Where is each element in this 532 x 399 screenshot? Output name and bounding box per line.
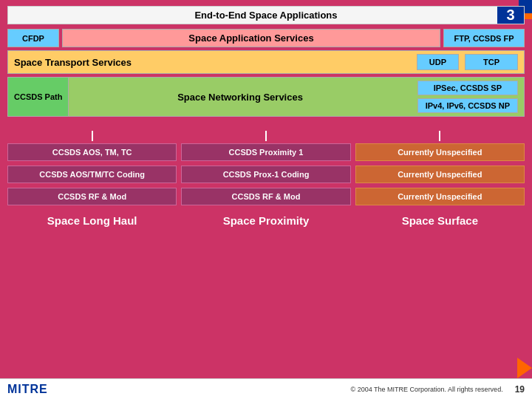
grid-cell-2-2: CCSDS Prox-1 Coding [181, 166, 350, 183]
grid-cell-2-3: Currently Unspecified [355, 166, 525, 183]
connector-1 [7, 130, 177, 142]
grid-row-3: CCSDS RF & Mod CCSDS RF & Mod Currently … [7, 188, 525, 205]
connector-line-3 [439, 131, 440, 141]
transport-label: Space Transport Services [14, 57, 411, 68]
label-row: Space Long Haul Space Proximity Space Su… [7, 210, 525, 230]
label-col-2: Space Proximity [181, 213, 350, 228]
connector-line-1 [92, 131, 93, 141]
udp-box: UDP [417, 54, 459, 70]
networking-label: Space Networking Services [69, 78, 411, 116]
label-col-1: Space Long Haul [7, 213, 177, 228]
row-application-services: CFDP Space Application Services FTP, CCS… [7, 29, 525, 47]
page-number: 19 [515, 384, 525, 395]
grid-cell-2-1: CCSDS AOS/TM/TC Coding [7, 166, 177, 183]
tcp-box: TCP [465, 54, 518, 70]
footer: MITRE © 2004 The MITRE Corporation. All … [0, 378, 532, 399]
grid-cell-3-3: Currently Unspecified [355, 188, 525, 205]
bottom-area: CCSDS AOS, TM, TC CCSDS Proximity 1 Curr… [0, 126, 532, 378]
label-col-3: Space Surface [355, 213, 525, 228]
networking-right-boxes: IPSec, CCSDS SP IPv4, IPv6, CCSDS NP [412, 78, 524, 116]
cfdp-box: CFDP [7, 29, 59, 47]
space-application-box: Space Application Services [62, 29, 440, 47]
row-networking-services: CCSDS Path Space Networking Services IPS… [7, 77, 525, 117]
main-container: End-to-End Space Applications 3 CFDP Spa… [0, 0, 532, 399]
grid-cell-3-2: CCSDS RF & Mod [181, 188, 350, 205]
mitre-logo: MITRE [7, 383, 48, 396]
diagram-area: End-to-End Space Applications 3 CFDP Spa… [0, 0, 532, 126]
grid-cell-1-3: Currently Unspecified [355, 143, 525, 161]
header-bar: End-to-End Space Applications 3 [7, 6, 525, 24]
connector-2 [181, 130, 350, 142]
grid-cell-1-2: CCSDS Proximity 1 [181, 143, 350, 161]
ftp-box: FTP, CCSDS FP [443, 29, 525, 47]
connectors-area [7, 130, 525, 142]
connector-3 [355, 130, 525, 142]
row-transport-services: Space Transport Services UDP TCP [7, 50, 525, 74]
grid-row-2: CCSDS AOS/TM/TC Coding CCSDS Prox-1 Codi… [7, 166, 525, 183]
connector-line-2 [265, 131, 267, 141]
corner-number: 3 [497, 7, 524, 24]
grid-cell-1-1: CCSDS AOS, TM, TC [7, 143, 177, 161]
grid-cell-3-1: CCSDS RF & Mod [7, 188, 177, 205]
ipv4-box: IPv4, IPv6, CCSDS NP [417, 98, 518, 113]
nav-arrow[interactable] [517, 358, 532, 378]
ccsds-path-box: CCSDS Path [8, 78, 69, 116]
grid-row-1: CCSDS AOS, TM, TC CCSDS Proximity 1 Curr… [7, 143, 525, 161]
header-title: End-to-End Space Applications [194, 10, 337, 21]
copyright-text: © 2004 The MITRE Corporation. All rights… [351, 386, 503, 393]
ipsec-box: IPSec, CCSDS SP [417, 81, 518, 95]
